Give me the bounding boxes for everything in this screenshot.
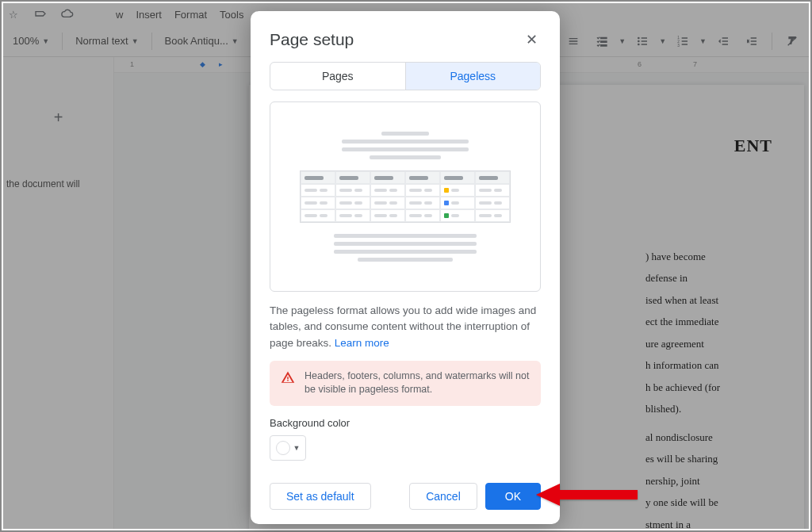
tab-pageless[interactable]: Pageless	[406, 63, 541, 90]
bg-color-picker[interactable]: ▼	[270, 435, 306, 461]
set-default-button[interactable]: Set as default	[270, 483, 371, 510]
ok-button[interactable]: OK	[485, 483, 541, 510]
tab-pages[interactable]: Pages	[270, 63, 406, 90]
cancel-button[interactable]: Cancel	[409, 483, 477, 510]
close-icon[interactable]: ✕	[522, 30, 541, 49]
dialog-description: The pageless format allows you to add wi…	[270, 303, 541, 351]
warning-icon	[281, 370, 295, 389]
pageless-preview	[270, 101, 541, 292]
bg-color-label: Background color	[270, 417, 541, 429]
white-swatch-icon	[276, 441, 290, 455]
tabs: Pages Pageless	[270, 62, 541, 90]
chevron-down-icon: ▼	[293, 444, 301, 452]
learn-more-link[interactable]: Learn more	[335, 337, 389, 349]
dialog-title: Page setup	[270, 30, 354, 49]
page-setup-dialog: Page setup ✕ Pages Pageless The pageless…	[251, 11, 560, 524]
warning-banner: Headers, footers, columns, and watermark…	[270, 361, 541, 406]
